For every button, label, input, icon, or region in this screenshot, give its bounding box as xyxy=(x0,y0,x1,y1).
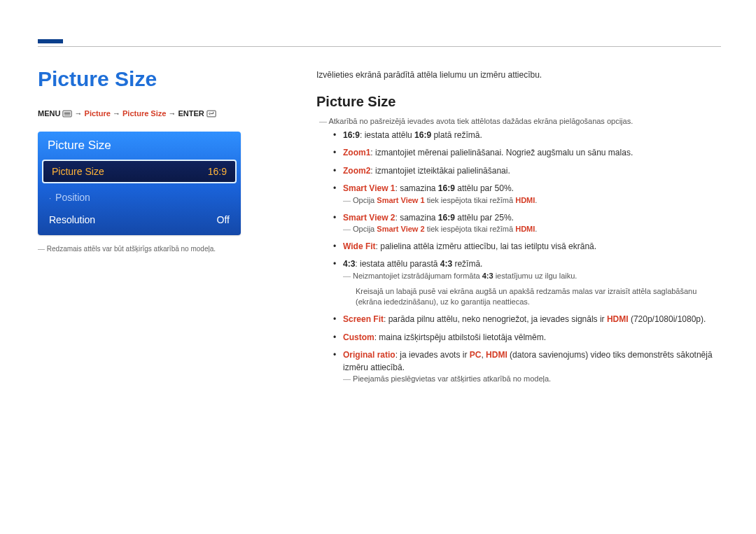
feature-name: Smart View 1 xyxy=(343,183,395,193)
osd-row-resolution[interactable]: Resolution Off xyxy=(38,209,241,231)
feature-original-ratio: Original ratio: ja ievades avots ir PC, … xyxy=(333,349,721,385)
ports-note: Pieejamās pieslēgvietas var atšķirties a… xyxy=(343,374,721,385)
feature-name: Custom xyxy=(343,332,374,342)
breadcrumb-sep-3: → xyxy=(168,109,176,118)
feature-zoom1: Zoom1: izmantojiet mērenai palielināšana… xyxy=(333,147,721,159)
breadcrumb-picture: Picture xyxy=(85,109,111,118)
osd-row-label: ·Position xyxy=(49,192,90,203)
header-rule xyxy=(38,46,721,47)
feature-smart-view-2: Smart View 2: samazina 16:9 attēlu par 2… xyxy=(333,212,721,235)
enter-icon xyxy=(206,110,216,119)
osd-row-label: Resolution xyxy=(49,214,95,225)
feature-name: Zoom2 xyxy=(343,166,370,176)
osd-row-value: 16:9 xyxy=(208,166,227,177)
feature-name: Smart View 2 xyxy=(343,213,395,223)
feature-custom: Custom: maina izšķirtspēju atbilstoši li… xyxy=(333,332,721,344)
feature-smart-view-1: Smart View 1: samazina 16:9 attēlu par 5… xyxy=(333,183,721,206)
breadcrumb-sep-1: → xyxy=(75,109,83,118)
feature-name: 16:9 xyxy=(343,130,360,140)
feature-name: Original ratio xyxy=(343,350,396,360)
feature-name: Zoom1 xyxy=(343,148,370,157)
breadcrumb-menu-label: MENU xyxy=(38,109,60,118)
smart-view-2-note: Opcija Smart View 2 tiek iespējota tikai… xyxy=(343,224,721,235)
feature-16-9: 16:9: iestata attēlu 16:9 platā režīmā. xyxy=(333,129,721,141)
intro-text: Izvēlieties ekrānā parādītā attēla lielu… xyxy=(316,70,721,80)
osd-title: Picture Size xyxy=(38,132,241,160)
feature-wide-fit: Wide Fit: palielina attēla izmēru attiec… xyxy=(333,241,721,253)
feature-4-3-note: Neizmantojiet izstrādājumam formāta 4:3 … xyxy=(343,271,721,282)
section-note: Atkarībā no pašreizējā ievades avota tie… xyxy=(319,117,721,125)
section-title: Picture Size xyxy=(316,94,721,110)
osd-row-position[interactable]: ·Position xyxy=(38,186,241,209)
right-column: Izvēlieties ekrānā parādītā attēla lielu… xyxy=(316,70,721,391)
feature-4-3: 4:3: iestata attēlu parastā 4:3 režīmā. … xyxy=(333,258,721,308)
header-mark xyxy=(38,39,63,43)
osd-row-value: Off xyxy=(217,214,230,225)
feature-name: Wide Fit xyxy=(343,241,376,251)
breadcrumb-picture-size: Picture Size xyxy=(122,109,166,118)
breadcrumb-enter-label: ENTER xyxy=(178,109,204,118)
caret-right-icon: · xyxy=(49,194,51,202)
menu-icon xyxy=(62,110,72,119)
left-column: Picture Size MENU → Picture → Picture Si… xyxy=(38,67,241,253)
feature-name: Screen Fit xyxy=(343,314,384,324)
smart-view-1-note: Opcija Smart View 1 tiek iespējota tikai… xyxy=(343,195,721,206)
osd-footer xyxy=(38,231,241,235)
osd-panel: Picture Size Picture Size 16:9 ·Position… xyxy=(38,132,241,235)
model-note: Redzamais attēls var būt atšķirīgs atkar… xyxy=(38,245,241,253)
feature-zoom2: Zoom2: izmantojiet izteiktākai palielinā… xyxy=(333,165,721,177)
osd-row-picture-size[interactable]: Picture Size 16:9 xyxy=(42,160,237,183)
breadcrumb: MENU → Picture → Picture Size → ENTER xyxy=(38,109,241,119)
feature-name: 4:3 xyxy=(343,259,355,269)
feature-4-3-warning: Kreisajā un labajā pusē vai ekrāna augšā… xyxy=(356,286,721,309)
feature-screen-fit: Screen Fit: parāda pilnu attēlu, neko ne… xyxy=(333,314,721,325)
breadcrumb-sep-2: → xyxy=(113,109,120,118)
page-title: Picture Size xyxy=(38,67,241,91)
feature-list: 16:9: iestata attēlu 16:9 platā režīmā. … xyxy=(333,129,721,385)
osd-row-label: Picture Size xyxy=(52,166,104,177)
